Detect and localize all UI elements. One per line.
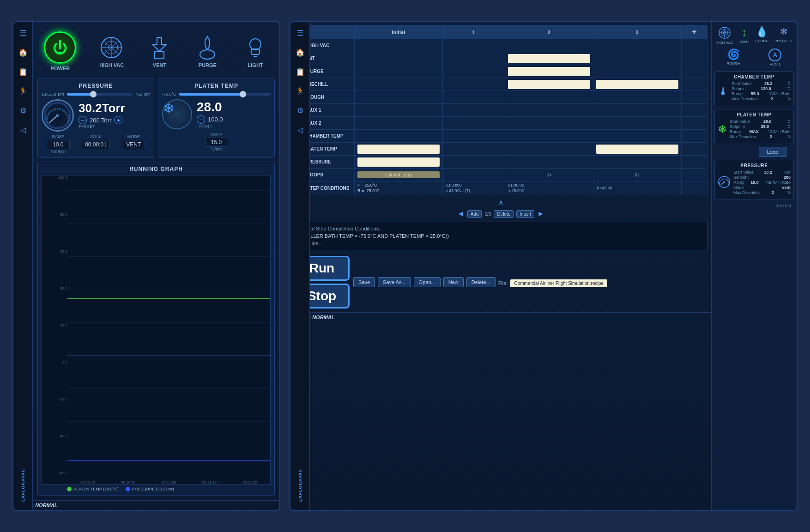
nav-next-arrow[interactable]: ► (537, 210, 544, 218)
side-prechill[interactable]: ❄ PRECHILL (774, 26, 792, 45)
platen-col2[interactable] (505, 143, 593, 156)
purge-col1[interactable] (442, 65, 505, 78)
side-high-vac[interactable]: HIGH VAC (716, 26, 733, 45)
pressure-plus-btn[interactable]: + (114, 116, 122, 124)
vent-col2[interactable] (505, 52, 593, 65)
pressure-setpoint-label: Setpoint (733, 175, 749, 180)
stepcond-col3[interactable]: 10:43:90 (593, 181, 681, 195)
right-monitor-icon[interactable]: 📋 (293, 65, 307, 79)
vent-col3[interactable] (593, 52, 681, 65)
file-name-box[interactable]: Commercial Airliner Flight Simulation.re… (510, 279, 607, 287)
open-btn[interactable]: Open... (414, 277, 441, 287)
prechill-initial[interactable] (355, 78, 443, 91)
pressure-minus-btn[interactable]: − (79, 116, 87, 124)
pressure-col1[interactable] (442, 156, 505, 169)
chamber-initial[interactable] (355, 130, 443, 143)
loops-col3[interactable]: 0x (593, 169, 681, 181)
menu-icon[interactable]: ☰ (16, 26, 30, 40)
high-vac-col1[interactable] (442, 39, 505, 52)
collapse-button[interactable]: ∧ (290, 197, 711, 208)
pressure-ramp-value[interactable]: 10.0 (47, 140, 70, 149)
pressure-mode-value[interactable]: VENT (122, 140, 145, 149)
nav-prev-arrow[interactable]: ◄ (457, 210, 465, 218)
aux2-col2[interactable] (505, 117, 593, 130)
pressure-col3[interactable] (593, 156, 681, 169)
pressure-col2[interactable] (505, 156, 593, 169)
prechill-col1[interactable] (442, 78, 505, 91)
purge-col2[interactable] (505, 65, 593, 78)
rough-initial[interactable] (355, 91, 443, 104)
power-button[interactable]: ⏻ (44, 31, 76, 64)
power-control[interactable]: ⏻ POWER (44, 31, 76, 71)
right-settings-icon[interactable]: ⚙ (293, 103, 307, 117)
platen-slider[interactable] (179, 93, 271, 96)
light-control[interactable]: LIGHT (243, 35, 268, 68)
side-aux1[interactable]: A AUX 1 (768, 48, 781, 66)
delete-recipe-btn[interactable]: Delete... (466, 277, 496, 287)
save-as-btn[interactable]: Save As... (378, 277, 411, 287)
loops-col1[interactable] (442, 169, 505, 181)
side-purge[interactable]: 💧 PURGE (756, 26, 768, 45)
settings-icon[interactable]: ⚙ (16, 103, 30, 117)
rough-col2[interactable] (505, 91, 593, 104)
vent-control[interactable]: VENT (147, 35, 172, 68)
aux2-initial[interactable] (355, 117, 443, 130)
monitor-icon[interactable]: 📋 (16, 65, 30, 79)
home-icon[interactable]: 🏠 (16, 45, 30, 59)
vent-icon (147, 35, 172, 60)
stepcond-initial[interactable]: ≈ = 25.0°CR = -75.0°C (355, 181, 443, 195)
chamber-col3[interactable] (593, 130, 681, 143)
loop-button[interactable]: Loop (759, 147, 786, 157)
high-vac-initial[interactable] (355, 39, 443, 52)
vent-initial[interactable] (355, 52, 443, 65)
pressure-slider[interactable] (67, 93, 132, 96)
platen-minus-btn[interactable]: − (197, 115, 205, 124)
chamber-col2[interactable] (505, 130, 593, 143)
loops-initial[interactable]: Cannot Loop (355, 169, 443, 181)
right-home-icon[interactable]: 🏠 (293, 45, 307, 59)
platen-col3[interactable] (593, 143, 681, 156)
person-icon[interactable]: 🏃 (16, 84, 30, 98)
delete-btn[interactable]: Delete (494, 210, 514, 218)
right-content-area: Initial 1 2 3 + ⚡HIGH VAC (290, 22, 711, 510)
high-vac-col2[interactable] (505, 39, 593, 52)
loops-col2[interactable]: 0x (505, 169, 593, 181)
purge-col3[interactable] (593, 65, 681, 78)
right-person-icon[interactable]: 🏃 (293, 84, 307, 98)
prechill-col2[interactable] (505, 78, 593, 91)
side-vent[interactable]: ↕ VENT (739, 26, 749, 45)
aux1-col2[interactable] (505, 104, 593, 117)
pressure-soak-value[interactable]: 00:00:01 (82, 140, 110, 149)
vent-col1[interactable] (442, 52, 505, 65)
platen-ramp-param: Ramp MAX °C/Min Rate (730, 129, 791, 134)
right-arrow-icon[interactable]: ◁ (293, 123, 307, 137)
platen-initial[interactable] (355, 143, 443, 156)
add-line-btn[interactable]: Add Line... (298, 241, 703, 246)
high-vac-control[interactable]: HIGH VAC (99, 35, 124, 68)
col-add[interactable]: + (681, 25, 707, 39)
insert-btn[interactable]: Insert (516, 210, 534, 218)
arrow-left-icon[interactable]: ◁ (16, 123, 30, 137)
prechill-col3[interactable] (593, 78, 681, 91)
stepcond-col2[interactable]: 01:00:00≈ 25.0°C (505, 181, 593, 195)
aux1-col3[interactable] (593, 104, 681, 117)
stepcond-col1[interactable]: 03:30:00≈ 43.9Gal (T) (442, 181, 505, 195)
purge-initial[interactable] (355, 65, 443, 78)
side-rough[interactable]: 🌀 ROUGH (727, 48, 741, 66)
aux1-initial[interactable] (355, 104, 443, 117)
aux1-col1[interactable] (442, 104, 505, 117)
platen-col1[interactable] (442, 143, 505, 156)
add-btn[interactable]: Add (467, 210, 482, 218)
aux2-col3[interactable] (593, 117, 681, 130)
rough-col1[interactable] (442, 91, 505, 104)
chamber-col1[interactable] (442, 130, 505, 143)
high-vac-col3[interactable] (593, 39, 681, 52)
purge-control[interactable]: PURGE (195, 35, 220, 68)
save-btn[interactable]: Save (353, 277, 375, 287)
new-btn[interactable]: New (443, 277, 464, 287)
pressure-initial[interactable] (355, 156, 443, 169)
platen-ramp-value[interactable]: 15.0 (205, 138, 228, 147)
right-menu-icon[interactable]: ☰ (293, 26, 307, 40)
rough-col3[interactable] (593, 91, 681, 104)
aux2-col1[interactable] (442, 117, 505, 130)
